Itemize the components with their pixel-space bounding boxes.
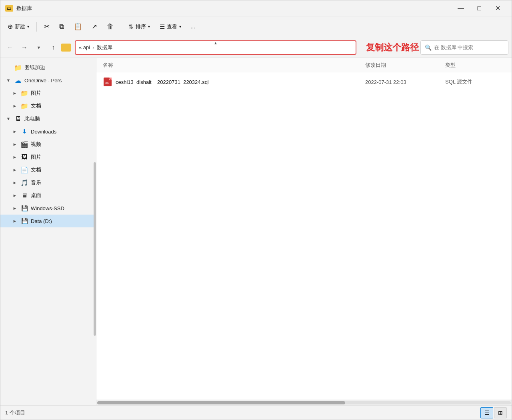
cut-icon: ✂ [44, 22, 50, 31]
col-header-date[interactable]: 修改日期 [365, 62, 445, 69]
sidebar-item-drawings[interactable]: 📁 图纸加边 [0, 61, 96, 74]
desktop-icon: 🖥 [20, 191, 28, 199]
paste-icon: 📋 [74, 22, 82, 31]
sidebar: 📁 图纸加边 ▼ ☁ OneDrive - Pers ► 📁 图片 ► 📁 文档 [0, 58, 96, 405]
window: 🗂 数据库 — □ ✕ ⊕ 新建 ▾ ✂ ⧉ 📋 ↗ 🗑 [0, 0, 512, 420]
history-button[interactable]: ▼ [32, 41, 45, 54]
sort-label: 排序 [136, 23, 146, 30]
folder-icon-nav [61, 44, 71, 52]
title-bar-text: 数据库 [16, 5, 452, 12]
folder-drawings-icon: 📁 [14, 64, 22, 72]
sort-chevron-icon: ▾ [148, 24, 150, 29]
sidebar-chevron-data-d: ► [12, 218, 18, 224]
new-chevron-icon: ▾ [27, 24, 29, 29]
delete-icon: 🗑 [107, 23, 114, 31]
scrollbar-thumb [97, 401, 345, 404]
share-button[interactable]: ↗ [88, 20, 101, 34]
sidebar-chevron-windows-ssd: ► [12, 205, 18, 211]
address-crumb-api: « api [79, 44, 90, 50]
list-view-button[interactable]: ☰ [480, 407, 493, 418]
search-box[interactable]: 🔍 [420, 40, 508, 55]
file-list-body: SQL ceshi13_dishait__20220731_220324.sql… [96, 72, 512, 400]
sort-button[interactable]: ⇅ 排序 ▾ [124, 20, 154, 34]
sidebar-item-downloads[interactable]: ► ⬇ Downloads [0, 125, 96, 138]
sidebar-item-onedrive[interactable]: ▼ ☁ OneDrive - Pers [0, 74, 96, 87]
sidebar-item-documents[interactable]: ► 📄 文档 [0, 163, 96, 176]
file-date: 2022-07-31 22:03 [365, 79, 445, 85]
sidebar-item-video[interactable]: ► 🎬 视频 [0, 138, 96, 151]
new-label: 新建 [15, 23, 25, 30]
sidebar-item-label-docs-od: 文档 [31, 102, 41, 109]
sidebar-chevron-video: ► [12, 141, 18, 147]
file-area: 名称 修改日期 类型 SQL [96, 58, 512, 405]
sidebar-item-data-d[interactable]: ► 💾 Data (D:) [0, 215, 96, 227]
sidebar-item-desktop[interactable]: ► 🖥 桌面 [0, 189, 96, 202]
tiles-view-button[interactable]: ⊞ [494, 407, 507, 418]
main-area: 📁 图纸加边 ▼ ☁ OneDrive - Pers ► 📁 图片 ► 📁 文档 [0, 58, 512, 405]
nav-bar: ← → ▼ ↑ ▲ « api › 数据库 复制这个路径 🔍 [0, 37, 512, 58]
sidebar-item-thispc[interactable]: ▼ 🖥 此电脑 [0, 112, 96, 125]
video-icon: 🎬 [20, 140, 28, 148]
cut-button[interactable]: ✂ [40, 20, 54, 34]
view-chevron-icon: ▾ [179, 24, 181, 29]
file-name: ceshi13_dishait__20220731_220324.sql [116, 79, 365, 85]
windows-ssd-icon: 💾 [20, 204, 28, 212]
sort-icon: ⇅ [128, 23, 134, 30]
toolbar-separator-2 [121, 22, 121, 32]
delete-button[interactable]: 🗑 [103, 20, 118, 34]
copy-button[interactable]: ⧉ [55, 20, 68, 34]
sidebar-item-music[interactable]: ► 🎵 音乐 [0, 176, 96, 189]
status-bar: 1 个项目 ☰ ⊞ [0, 405, 512, 420]
data-d-icon: 💾 [20, 217, 28, 225]
share-icon: ↗ [92, 22, 97, 31]
pictures-icon: 🖼 [20, 153, 28, 161]
view-toggle: ☰ ⊞ [480, 407, 507, 418]
sidebar-item-docs-od[interactable]: ► 📁 文档 [0, 100, 96, 112]
up-button[interactable]: ↑ [47, 41, 60, 54]
back-button[interactable]: ← [4, 41, 16, 54]
address-bar[interactable]: ▲ « api › 数据库 [75, 40, 356, 55]
col-header-name[interactable]: 名称 [103, 62, 365, 69]
address-chevron-up-icon: ▲ [214, 41, 218, 45]
minimize-button[interactable]: — [452, 0, 470, 16]
sidebar-item-pictures-od[interactable]: ► 📁 图片 [0, 87, 96, 100]
title-bar: 🗂 数据库 — □ ✕ [0, 0, 512, 16]
sidebar-item-label-pictures: 图片 [31, 153, 41, 161]
onedrive-icon: ☁ [14, 76, 22, 84]
maximize-button[interactable]: □ [470, 0, 488, 16]
sidebar-item-label-pictures-od: 图片 [31, 90, 41, 97]
folder-docs-od-icon: 📁 [20, 102, 28, 110]
toolbar-separator-1 [36, 22, 37, 32]
close-button[interactable]: ✕ [488, 0, 507, 16]
table-row[interactable]: SQL ceshi13_dishait__20220731_220324.sql… [96, 74, 512, 90]
sidebar-item-windows-ssd[interactable]: ► 💾 Windows-SSD [0, 202, 96, 215]
sidebar-chevron-thispc: ▼ [5, 115, 12, 122]
view-label: 查看 [167, 23, 177, 30]
new-button[interactable]: ⊕ 新建 ▾ [4, 20, 33, 34]
sidebar-chevron-docs-od: ► [12, 103, 18, 109]
address-sep-1: › [92, 44, 94, 50]
more-button[interactable]: ... [187, 20, 199, 34]
view-icon: ☰ [160, 23, 165, 30]
downloads-icon: ⬇ [20, 127, 28, 135]
documents-icon: 📄 [20, 166, 28, 174]
sidebar-item-pictures[interactable]: ► 🖼 图片 [0, 151, 96, 163]
sidebar-scrollbar[interactable] [94, 162, 96, 336]
forward-button[interactable]: → [18, 41, 31, 54]
sidebar-chevron-pictures: ► [12, 154, 18, 160]
copy-path-label: 复制这个路径 [366, 42, 419, 54]
music-icon: 🎵 [20, 179, 28, 187]
sidebar-item-label-video: 视频 [31, 141, 41, 148]
search-input[interactable] [434, 44, 504, 50]
paste-button[interactable]: 📋 [70, 20, 86, 34]
new-icon: ⊕ [8, 23, 13, 30]
title-bar-icon: 🗂 [5, 5, 13, 12]
col-header-type[interactable]: 类型 [445, 62, 505, 69]
file-type: SQL 源文件 [445, 78, 505, 86]
folder-pictures-od-icon: 📁 [20, 89, 28, 97]
sidebar-chevron-pictures-od: ► [12, 90, 18, 96]
view-button[interactable]: ☰ 查看 ▾ [156, 20, 185, 34]
sidebar-item-label-thispc: 此电脑 [24, 115, 40, 122]
horizontal-scrollbar[interactable] [96, 400, 512, 405]
sidebar-item-label-drawings: 图纸加边 [24, 64, 45, 71]
